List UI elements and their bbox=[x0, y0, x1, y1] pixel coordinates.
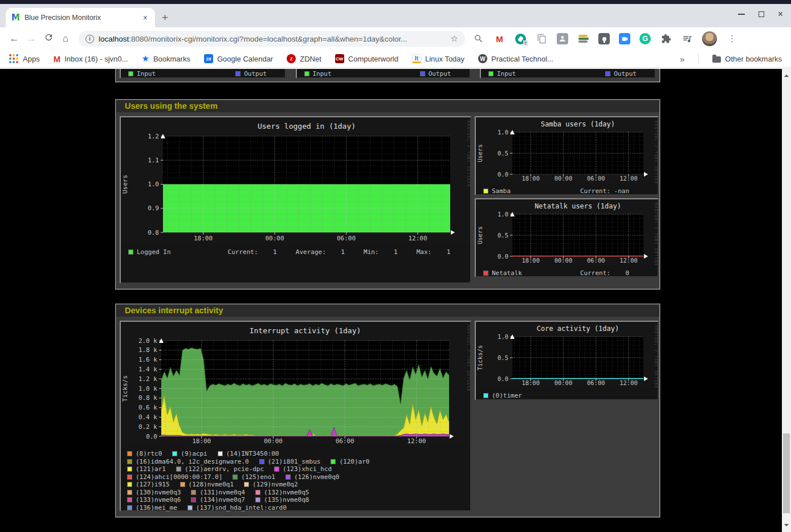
input-legend-label: Input bbox=[313, 70, 332, 77]
bookmarks-overflow-chevron[interactable]: » bbox=[680, 54, 684, 64]
reload-button[interactable] bbox=[40, 32, 57, 45]
scroll-down-arrow-icon[interactable] bbox=[784, 524, 789, 529]
legend-swatch bbox=[233, 474, 238, 480]
window-close-button[interactable]: × bbox=[778, 11, 783, 17]
bookmark-linux-today[interactable]: lt Linux Today bbox=[412, 54, 464, 63]
browser-tab[interactable]: M Blue Precision Monitorix × bbox=[6, 8, 155, 27]
scroll-up-arrow-icon[interactable] bbox=[784, 72, 789, 77]
legend-item: Samba bbox=[483, 187, 511, 195]
grammarly-extension-icon[interactable]: G bbox=[639, 33, 651, 44]
bookmark-bookmarks[interactable]: ★ Bookmarks bbox=[141, 54, 190, 64]
page-scrollbar[interactable] bbox=[782, 69, 791, 532]
legend-item: (124)ahci[0000:00:17.0] bbox=[127, 473, 222, 481]
bookmark-computerworld[interactable]: CW Computerworld bbox=[335, 54, 398, 63]
window-maximize-button[interactable] bbox=[759, 11, 764, 17]
window-minimize-button[interactable] bbox=[738, 14, 745, 15]
output-legend-label: Output bbox=[429, 70, 451, 77]
legend-item: (127)i915 bbox=[127, 481, 170, 488]
legend-label: (8)rtc0 bbox=[136, 450, 162, 457]
new-tab-button[interactable]: + bbox=[162, 12, 168, 23]
legend-swatch bbox=[187, 505, 193, 510]
svg-text:1.0: 1.0 bbox=[498, 211, 508, 218]
interrupts-section-title: Devices interrupt activity bbox=[116, 305, 659, 317]
svg-text:1.0: 1.0 bbox=[148, 181, 159, 188]
legend-swatch bbox=[274, 466, 279, 472]
svg-text:06:00: 06:00 bbox=[587, 257, 605, 264]
legend-item: (126)nvme0q0 bbox=[286, 473, 339, 481]
legend-swatch bbox=[176, 466, 181, 472]
svg-text:0.0: 0.0 bbox=[498, 375, 508, 382]
svg-text:Ticks/s: Ticks/s bbox=[476, 345, 483, 370]
book-stack-extension-icon[interactable] bbox=[577, 33, 589, 45]
legend-row: (124)ahci[0000:00:17.0](125)eno1(126)nvm… bbox=[127, 473, 470, 481]
video-meet-extension-icon[interactable] bbox=[619, 33, 630, 44]
bookmark-star-icon[interactable]: ☆ bbox=[451, 34, 458, 44]
profile-box-extension-icon[interactable] bbox=[557, 33, 568, 44]
legend-swatch bbox=[128, 249, 133, 255]
svg-text:RRDTOOL / TOBI OETIKER: RRDTOOL / TOBI OETIKER bbox=[654, 203, 658, 265]
url-bar[interactable]: i localhost:8080/monitorix-cgi/monitorix… bbox=[79, 31, 465, 47]
apps-grid-icon bbox=[9, 54, 11, 56]
folder-icon bbox=[712, 56, 721, 63]
gmail-extension-icon[interactable]: M bbox=[494, 33, 505, 45]
search-extension-icon[interactable] bbox=[472, 33, 484, 45]
google-voice-extension-icon[interactable]: ? bbox=[515, 33, 527, 45]
svg-text:Interrupt activity (1day): Interrupt activity (1day) bbox=[250, 326, 361, 335]
bookmark-zdnet[interactable]: Z ZDNet bbox=[287, 54, 321, 63]
voice-badge: ? bbox=[523, 40, 528, 46]
svg-text:1.6 k: 1.6 k bbox=[138, 356, 157, 363]
svg-text:18:00: 18:00 bbox=[521, 379, 540, 386]
legend-label: (120)ar0 bbox=[339, 458, 369, 465]
extensions-puzzle-icon[interactable] bbox=[660, 33, 672, 45]
legend-swatch bbox=[191, 490, 196, 495]
bookmark-practical-technology[interactable]: W Practical Technol... bbox=[478, 54, 553, 63]
legend-label: Netatalk bbox=[492, 269, 522, 277]
browser-menu-kebab-icon[interactable]: ⋮ bbox=[726, 33, 738, 45]
svg-text:00:00: 00:00 bbox=[265, 235, 284, 242]
reading-list-icon[interactable] bbox=[681, 33, 693, 45]
info-icon[interactable]: i bbox=[85, 35, 94, 43]
legend-label: (136)mei_me bbox=[136, 504, 177, 511]
svg-text:12:00: 12:00 bbox=[619, 257, 638, 264]
bookmark-inbox[interactable]: M Inbox (16) - sjvn0... bbox=[54, 54, 128, 64]
tab-close-icon[interactable]: × bbox=[141, 13, 149, 22]
bookmark-google-calendar[interactable]: 28 Google Calendar bbox=[204, 54, 273, 63]
svg-text:12:00: 12:00 bbox=[619, 175, 638, 182]
forward-button[interactable]: → bbox=[23, 33, 40, 44]
svg-text:Users: Users bbox=[121, 175, 129, 194]
back-button[interactable]: ← bbox=[6, 33, 23, 44]
legend-item: (121)ar1 bbox=[127, 465, 166, 473]
svg-text:18:00: 18:00 bbox=[521, 257, 540, 264]
legend-label: (130)nvme0q3 bbox=[136, 489, 181, 496]
legend-label: (137)snd_hda_intel:card0 bbox=[196, 504, 287, 511]
svg-text:06:00: 06:00 bbox=[337, 235, 356, 242]
svg-text:1.2 k: 1.2 k bbox=[138, 375, 157, 383]
legend-label: (122)aerdrv, pcie-dpc bbox=[185, 465, 264, 473]
legend-label: (124)ahci[0000:00:17.0] bbox=[136, 473, 222, 481]
output-legend-label: Output bbox=[244, 70, 267, 77]
svg-text:00:00: 00:00 bbox=[264, 437, 283, 445]
svg-text:Users: Users bbox=[476, 226, 483, 244]
legend-item: Netatalk bbox=[483, 269, 522, 277]
svg-text:RRDTOOL / TOBI OETIKER: RRDTOOL / TOBI OETIKER bbox=[466, 121, 470, 187]
legend-stats: Current: -nan bbox=[580, 187, 629, 195]
lightbulb-extension-icon[interactable] bbox=[598, 33, 610, 44]
url-host: localhost bbox=[99, 35, 129, 43]
home-button[interactable]: ⌂ bbox=[57, 33, 74, 44]
legend-label: (121)ar1 bbox=[136, 465, 166, 473]
legend-swatch bbox=[127, 459, 132, 464]
profile-avatar[interactable] bbox=[702, 31, 717, 46]
output-legend-swatch bbox=[235, 71, 240, 76]
netatalk-legend: NetatalkCurrent: 0 bbox=[476, 269, 658, 277]
output-legend-swatch bbox=[420, 71, 425, 76]
wordpress-icon: W bbox=[478, 54, 487, 63]
svg-text:06:00: 06:00 bbox=[587, 175, 605, 182]
svg-text:12:00: 12:00 bbox=[619, 379, 638, 386]
other-bookmarks[interactable]: Other bookmarks bbox=[712, 55, 782, 63]
page-content: Input Output Input Output bbox=[0, 68, 791, 532]
star-icon: ★ bbox=[141, 54, 149, 64]
legend-item: (21)i801_smbus bbox=[259, 458, 321, 465]
scrollbar-thumb[interactable] bbox=[783, 433, 790, 513]
copy-extension-icon[interactable] bbox=[536, 33, 548, 45]
bookmark-apps[interactable]: Apps bbox=[9, 54, 40, 64]
